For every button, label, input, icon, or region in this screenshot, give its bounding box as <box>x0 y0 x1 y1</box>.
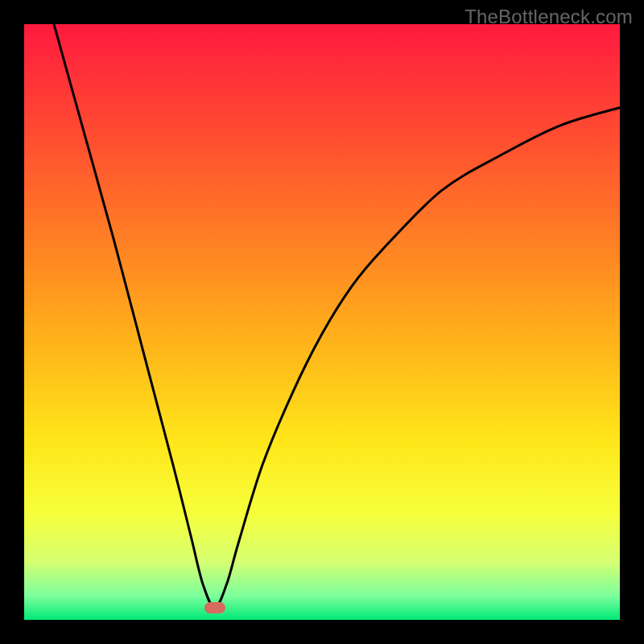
watermark-label: TheBottleneck.com <box>464 6 633 28</box>
gradient-background <box>24 24 620 620</box>
chart-container: TheBottleneck.com <box>0 0 644 644</box>
svg-rect-0 <box>24 24 620 620</box>
optimal-point-marker <box>204 602 225 613</box>
plot-area <box>24 24 620 620</box>
